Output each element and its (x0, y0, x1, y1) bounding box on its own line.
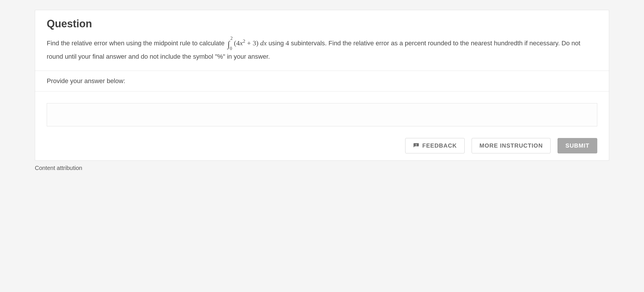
integral-dvar: x (264, 39, 267, 47)
integral-var: x (240, 39, 243, 47)
integral-expression: ∫20 (4x2 + 3) dx (226, 39, 267, 47)
submit-button[interactable]: SUBMIT (558, 138, 597, 153)
integral-const: 3 (253, 39, 256, 47)
feedback-button[interactable]: FEEDBACK (405, 138, 465, 153)
question-body: Find the relative error when using the m… (47, 37, 597, 62)
more-instruction-label: MORE INSTRUCTION (479, 142, 543, 149)
integral-upper-bound: 2 (230, 35, 233, 42)
question-section: Question Find the relative error when us… (35, 10, 609, 71)
integral-lower-bound: 0 (230, 45, 232, 53)
question-heading: Question (47, 18, 597, 30)
button-row: FEEDBACK MORE INSTRUCTION SUBMIT (35, 132, 609, 160)
question-text-prefix: Find the relative error when using the m… (47, 40, 226, 47)
submit-button-label: SUBMIT (565, 142, 589, 149)
feedback-button-label: FEEDBACK (422, 142, 457, 149)
answer-input[interactable] (47, 103, 597, 126)
integral-exponent: 2 (243, 38, 245, 44)
subinterval-count: 4 (286, 39, 289, 47)
question-text-mid1: using (267, 40, 286, 47)
answer-section (35, 92, 609, 132)
answer-prompt: Provide your answer below: (35, 71, 609, 92)
feedback-icon (413, 143, 419, 149)
content-attribution[interactable]: Content attribution (35, 165, 609, 171)
question-card: Question Find the relative error when us… (35, 10, 609, 161)
integral-coef: 4 (236, 39, 240, 47)
page-root: Question Find the relative error when us… (0, 0, 644, 171)
more-instruction-button[interactable]: MORE INSTRUCTION (472, 138, 551, 153)
